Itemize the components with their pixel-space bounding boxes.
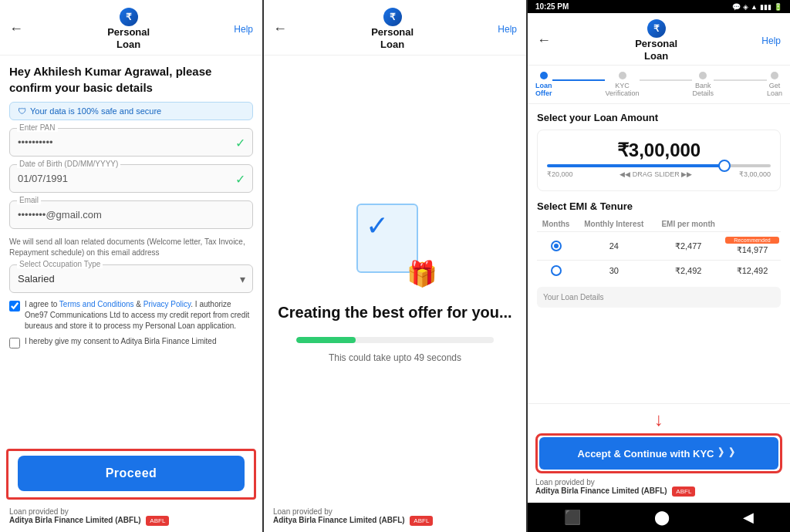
email-info-text: We will send all loan related documents …	[9, 237, 253, 258]
pan-check-icon: ✓	[235, 135, 245, 150]
nav-circle-icon[interactable]: ⬤	[654, 509, 670, 526]
panel1-loan-provider: Loan provided by Aditya Birla Finance Li…	[0, 503, 262, 532]
step-get-loan: GetLoan	[767, 72, 782, 97]
panel3-footer: ↓ Accept & Continue with KYC 》》 Loan pro…	[528, 403, 790, 503]
kyc-btn-wrap: Accept & Continue with KYC 》》	[535, 433, 782, 473]
signal-icon: ▮▮▮	[760, 3, 771, 11]
step-line-1	[552, 79, 606, 81]
step-line-3	[714, 79, 767, 81]
consent-text: I hereby give my consent to Aditya Birla…	[25, 336, 216, 347]
emi-radio-24[interactable]	[537, 232, 575, 261]
emi-radio-30[interactable]	[537, 261, 575, 281]
dob-input[interactable]	[9, 164, 253, 193]
dob-label: Date of Birth (DD/MM/YYYY)	[17, 160, 120, 168]
back-button-p2[interactable]: ←	[273, 21, 287, 37]
step-kyc: KYCVerification	[605, 72, 639, 97]
slider-drag-label: ◀◀ DRAG SLIDER ▶▶	[620, 170, 692, 178]
abfl-badge-p3: ABFL	[672, 487, 695, 497]
panel3-loan-provider: Loan provided by Aditya Birla Finance Li…	[535, 478, 782, 497]
col-months: Months	[537, 217, 575, 232]
privacy-link[interactable]: Privacy Policy	[143, 300, 191, 308]
terms-text: I agree to Terms and Conditions & Privac…	[25, 299, 253, 332]
back-button-p1[interactable]: ←	[9, 21, 23, 37]
step-label-loan-offer: LoanOffer	[535, 82, 552, 97]
pan-input[interactable]	[9, 128, 253, 157]
email-label: Email	[17, 196, 41, 204]
col-interest: Monthly Interest	[575, 217, 653, 232]
loan-amount-title: Select your Loan Amount	[537, 112, 781, 123]
loan-provider-name-p1: Aditya Birla Finance Limited (ABFL)	[9, 516, 141, 524]
nav-triangle-icon[interactable]: ◀	[743, 509, 754, 526]
emi-interest-30: ₹2,492	[653, 261, 723, 281]
loan-provider-name-p3: Aditya Birla Finance Limited (ABFL)	[535, 487, 667, 495]
app-title-p1: Personal Loan	[107, 26, 150, 50]
panel-creating-offer: ← ₹ Personal Loan Help ✓ 🎁 Creating the …	[264, 0, 528, 532]
step-dot-get-loan	[771, 72, 778, 79]
emi-months-30: 30	[575, 261, 653, 281]
logo-p1: ₹	[120, 8, 138, 26]
terms-checkbox[interactable]	[9, 301, 20, 311]
occupation-label: Select Occupation Type	[17, 260, 103, 268]
emi-table: Months Monthly Interest EMI per month 24…	[537, 217, 781, 281]
greeting-text: Hey Akhilesh Kumar Agrawal, please confi…	[9, 63, 253, 96]
gift-icon: 🎁	[407, 259, 437, 288]
emi-amount-30: ₹12,492	[724, 261, 781, 281]
panel2-body: ✓ 🎁 Creating the best offer for you... T…	[264, 56, 526, 503]
progress-bar-fill	[296, 337, 356, 343]
back-button-p3[interactable]: ←	[537, 32, 551, 49]
panel1-body: Hey Akhilesh Kumar Agrawal, please confi…	[0, 56, 262, 446]
occupation-select-group: Select Occupation Type Salaried ▾	[9, 264, 253, 293]
pan-label: Enter PAN	[17, 123, 58, 132]
emi-interest-24: ₹2,477	[653, 232, 723, 261]
dob-check-icon: ✓	[235, 171, 245, 186]
secure-banner: 🛡 Your data is 100% safe and secure	[9, 102, 253, 120]
status-icons: 💬 ◈ ▲ ▮▮▮ 🔋	[732, 3, 782, 11]
consent-checkbox-row: I hereby give my consent to Aditya Birla…	[9, 336, 253, 348]
logo-p3: ₹	[647, 19, 666, 38]
panel3-body: Select your Loan Amount ₹3,00,000 ₹20,00…	[528, 104, 790, 403]
help-button-p1[interactable]: Help	[234, 24, 253, 35]
app-title-p3: Personal Loan	[635, 38, 677, 62]
panel3-header: ← ₹ Personal Loan Help	[528, 13, 790, 66]
slider-max-label: ₹3,00,000	[739, 170, 771, 178]
battery-icon: 🔋	[774, 3, 782, 11]
occupation-select[interactable]: Salaried	[9, 264, 253, 293]
shield-icon: 🛡	[18, 106, 26, 116]
radio-30[interactable]	[551, 265, 562, 276]
pan-input-group: Enter PAN ✓	[9, 128, 253, 157]
slider-thumb[interactable]	[718, 160, 731, 172]
creating-text: Creating the best offer for you...	[278, 304, 511, 322]
progress-bar-wrap	[296, 337, 494, 343]
header-center-p1: ₹ Personal Loan	[107, 8, 150, 50]
col-emi: EMI per month	[653, 217, 723, 232]
emi-section-title: Select EMI & Tenure	[537, 200, 781, 212]
wifi-icon: ▲	[751, 3, 758, 11]
panel1-header: ← ₹ Personal Loan Help	[0, 0, 262, 56]
loan-amount-value: ₹3,00,000	[547, 140, 771, 161]
emi-row-24[interactable]: 24 ₹2,477 Recommended ₹14,977	[537, 232, 781, 261]
kyc-button[interactable]: Accept & Continue with KYC 》》	[539, 437, 778, 470]
help-button-p2[interactable]: Help	[498, 24, 517, 35]
proceed-button[interactable]: Proceed	[18, 456, 245, 491]
consent-checkbox[interactable]	[9, 338, 20, 348]
loan-details-preview: Your Loan Details	[537, 287, 781, 308]
bluetooth-icon: ◈	[743, 3, 748, 11]
help-button-p3[interactable]: Help	[761, 35, 781, 46]
terms-checkbox-row: I agree to Terms and Conditions & Privac…	[9, 299, 253, 332]
nav-square-icon[interactable]: ⬛	[564, 509, 581, 526]
status-bar: 10:25 PM 💬 ◈ ▲ ▮▮▮ 🔋	[528, 0, 790, 13]
whatsapp-icon: 💬	[732, 3, 741, 11]
loan-details-label: Your Loan Details	[543, 293, 604, 301]
slider-labels: ₹20,000 ◀◀ DRAG SLIDER ▶▶ ₹3,00,000	[547, 170, 771, 178]
header-center-p2: ₹ Personal Loan	[371, 8, 414, 50]
email-input-group: Email	[9, 200, 253, 229]
step-label-bank: BankDetails	[692, 82, 714, 97]
radio-24[interactable]	[551, 241, 562, 251]
loan-provider-name-p2: Aditya Birla Finance Limited (ABFL)	[273, 516, 405, 524]
terms-link[interactable]: Terms and Conditions	[59, 300, 134, 308]
email-input[interactable]	[9, 200, 253, 229]
slider-wrap: ₹20,000 ◀◀ DRAG SLIDER ▶▶ ₹3,00,000	[547, 161, 771, 181]
emi-row-30[interactable]: 30 ₹2,492 ₹12,492	[537, 261, 781, 281]
slider-track	[547, 164, 771, 167]
nav-bar: ⬛ ⬤ ◀	[528, 503, 790, 532]
